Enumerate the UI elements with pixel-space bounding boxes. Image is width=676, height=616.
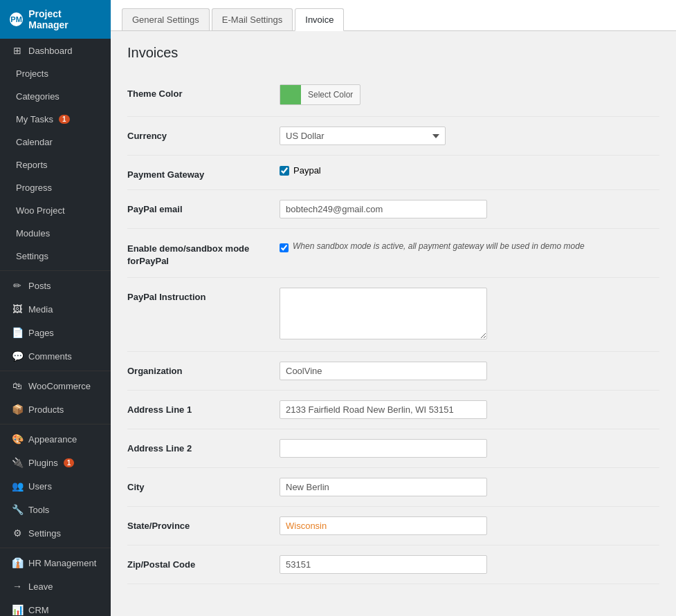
sidebar-item-hr-management[interactable]: 👔 HR Management <box>0 551 111 575</box>
city-control <box>280 478 659 496</box>
pages-icon: 📄 <box>12 327 23 338</box>
paypal-instruction-row: PayPal Instruction <box>127 278 659 352</box>
city-row: City <box>127 468 659 507</box>
categories-label: Categories <box>16 91 60 102</box>
sandbox-label: Enable demo/sandbox mode forPayPal <box>127 239 280 268</box>
color-swatch <box>280 85 301 104</box>
zip-row: Zip/Postal Code <box>127 545 659 584</box>
color-pick-button[interactable]: Select Color <box>280 84 360 105</box>
sidebar-item-projects[interactable]: Projects <box>0 62 111 85</box>
sidebar-header[interactable]: PM Project Manager <box>0 0 111 39</box>
address1-input[interactable] <box>280 400 487 419</box>
city-input[interactable] <box>280 478 487 496</box>
projects-label: Projects <box>16 68 48 79</box>
leave-label: Leave <box>28 581 53 592</box>
state-label: State/Province <box>127 516 280 531</box>
pages-label: Pages <box>28 328 54 338</box>
tools-label: Tools <box>28 505 49 515</box>
color-pick-text: Select Color <box>301 86 360 103</box>
sidebar-divider-3 <box>0 424 111 424</box>
tabs-bar: General Settings E-Mail Settings Invoice <box>111 0 676 31</box>
products-icon: 📦 <box>12 404 23 415</box>
sidebar-item-users[interactable]: 👥 Users <box>0 474 111 498</box>
zip-label: Zip/Postal Code <box>127 555 280 570</box>
zip-input[interactable] <box>280 555 487 574</box>
hr-icon: 👔 <box>12 557 23 568</box>
state-input[interactable] <box>280 516 487 535</box>
payment-gateway-label: Payment Gateway <box>127 165 280 180</box>
sidebar-item-pages[interactable]: 📄 Pages <box>0 321 111 344</box>
sidebar-item-leave[interactable]: → Leave <box>0 575 111 598</box>
content-area: Invoices Theme Color Select Color Curren… <box>111 31 676 616</box>
tab-invoice[interactable]: Invoice <box>295 8 344 31</box>
zip-control <box>280 555 659 574</box>
sidebar-divider-4 <box>0 548 111 548</box>
sidebar-item-tools[interactable]: 🔧 Tools <box>0 498 111 521</box>
sidebar-item-crm[interactable]: 📊 CRM <box>0 598 111 616</box>
sidebar-item-settings[interactable]: Settings <box>0 245 111 268</box>
theme-color-row: Theme Color Select Color <box>127 75 659 117</box>
main-content: General Settings E-Mail Settings Invoice… <box>111 0 676 616</box>
payment-gateway-control: Paypal <box>280 165 659 176</box>
project-manager-icon: PM <box>10 12 23 26</box>
paypal-email-row: PayPal email <box>127 190 659 229</box>
sidebar-item-posts[interactable]: ✏ Posts <box>0 274 111 297</box>
my-tasks-badge: 1 <box>59 115 70 124</box>
address1-control <box>280 400 659 419</box>
posts-icon: ✏ <box>12 280 23 291</box>
tab-email-settings[interactable]: E-Mail Settings <box>212 8 293 30</box>
sidebar-item-dashboard[interactable]: ⊞ Dashboard <box>0 39 111 62</box>
sidebar-item-plugins[interactable]: 🔌 Plugins 1 <box>0 451 111 474</box>
address2-label: Address Line 2 <box>127 439 280 454</box>
currency-select[interactable]: US Dollar Euro British Pound Australian … <box>280 127 446 145</box>
sidebar-item-appearance[interactable]: 🎨 Appearance <box>0 427 111 451</box>
state-row: State/Province <box>127 507 659 545</box>
sidebar-item-reports[interactable]: Reports <box>0 153 111 176</box>
posts-label: Posts <box>28 281 51 291</box>
products-label: Products <box>28 404 64 415</box>
hr-label: HR Management <box>28 558 96 568</box>
theme-color-label: Theme Color <box>127 84 280 99</box>
sidebar-item-categories[interactable]: Categories <box>0 85 111 108</box>
plugins-label: Plugins <box>28 458 58 468</box>
sidebar-item-products[interactable]: 📦 Products <box>0 398 111 421</box>
page-title: Invoices <box>127 45 659 61</box>
paypal-checkbox[interactable] <box>280 166 289 176</box>
city-label: City <box>127 478 280 492</box>
sidebar-item-comments[interactable]: 💬 Comments <box>0 344 111 368</box>
state-control <box>280 516 659 535</box>
address2-control <box>280 439 659 458</box>
paypal-instruction-textarea[interactable] <box>280 288 487 339</box>
address2-row: Address Line 2 <box>127 429 659 468</box>
sandbox-control: When sandbox mode is active, all payment… <box>280 239 659 252</box>
organization-input[interactable] <box>280 362 487 380</box>
tab-general-settings[interactable]: General Settings <box>122 8 210 30</box>
sidebar-item-woocommerce[interactable]: 🛍 WooCommerce <box>0 374 111 398</box>
paypal-email-input[interactable] <box>280 200 487 218</box>
modules-label: Modules <box>16 228 50 239</box>
sandbox-note: When sandbox mode is active, all payment… <box>293 241 585 251</box>
sidebar-item-calendar[interactable]: Calendar <box>0 131 111 153</box>
sidebar-item-woo-project[interactable]: Woo Project <box>0 199 111 222</box>
comments-icon: 💬 <box>12 351 23 362</box>
sandbox-checkbox-row: When sandbox mode is active, all payment… <box>280 239 659 252</box>
crm-label: CRM <box>28 605 49 615</box>
address2-input[interactable] <box>280 439 487 458</box>
sidebar-item-label: Dashboard <box>28 46 73 56</box>
settings-label: Settings <box>16 251 48 261</box>
dashboard-icon: ⊞ <box>12 45 23 56</box>
appearance-icon: 🎨 <box>12 433 23 445</box>
sandbox-checkbox[interactable] <box>280 243 289 252</box>
woocommerce-icon: 🛍 <box>12 380 23 391</box>
sidebar-item-modules[interactable]: Modules <box>0 222 111 245</box>
sidebar-item-media[interactable]: 🖼 Media <box>0 297 111 321</box>
woo-project-label: Woo Project <box>16 205 65 216</box>
sidebar-item-my-tasks[interactable]: My Tasks 1 <box>0 108 111 131</box>
currency-row: Currency US Dollar Euro British Pound Au… <box>127 117 659 156</box>
progress-label: Progress <box>16 183 52 193</box>
sandbox-row: Enable demo/sandbox mode forPayPal When … <box>127 229 659 278</box>
leave-icon: → <box>12 581 23 592</box>
sidebar-item-settings2[interactable]: ⚙ Settings <box>0 521 111 545</box>
sidebar-item-progress[interactable]: Progress <box>0 176 111 199</box>
organization-label: Organization <box>127 362 280 376</box>
